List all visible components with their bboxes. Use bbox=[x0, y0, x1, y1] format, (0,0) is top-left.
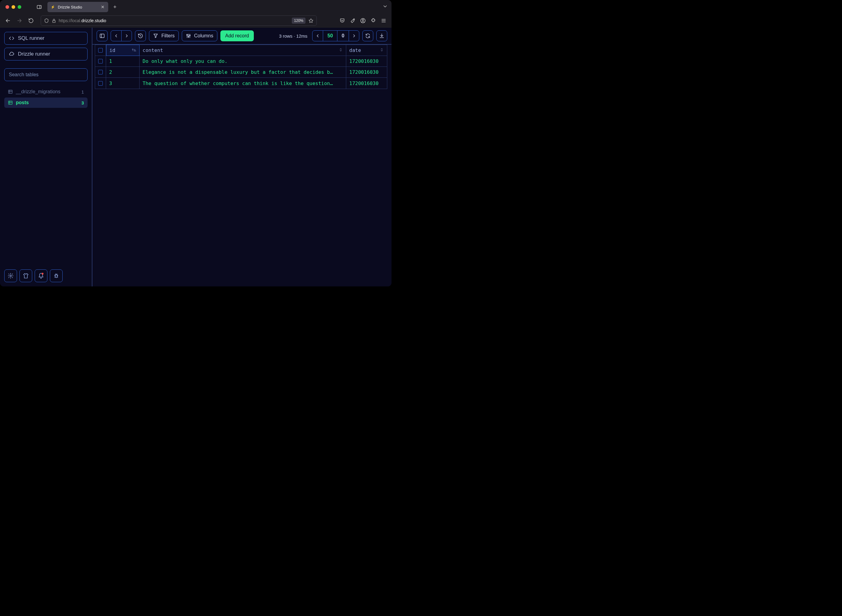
pagination-group: 50 0 bbox=[312, 30, 359, 41]
table-row[interactable]: 3 The question of whether computers can … bbox=[95, 78, 387, 89]
url-bar[interactable]: https://local.drizzle.studio 120% bbox=[41, 16, 317, 26]
sidebar: SQL runner Drizzle runner Search tables … bbox=[0, 28, 93, 286]
toggle-sidebar-button[interactable] bbox=[97, 30, 107, 41]
table-list: __drizzle_migrations 1 posts 3 bbox=[4, 87, 88, 108]
cell-id[interactable]: 3 bbox=[106, 78, 140, 89]
column-header-content[interactable]: content bbox=[140, 45, 346, 56]
cell-content[interactable]: Do only what only you can do. bbox=[140, 56, 346, 66]
tab-close-button[interactable]: ✕ bbox=[100, 4, 105, 9]
shirt-icon bbox=[23, 273, 29, 279]
add-record-label: Add record bbox=[225, 33, 249, 38]
chevron-left-icon bbox=[114, 34, 119, 38]
query-stats: 3 rows · 12ms bbox=[279, 34, 307, 38]
cell-id[interactable]: 1 bbox=[106, 56, 140, 66]
account-icon[interactable] bbox=[359, 16, 367, 25]
browser-chrome: ⚡ Drizzle Studio ✕ + h bbox=[0, 0, 391, 27]
theme-button[interactable] bbox=[19, 270, 32, 282]
export-button[interactable] bbox=[376, 30, 387, 41]
history-button[interactable] bbox=[135, 30, 146, 41]
tab-favicon-icon: ⚡ bbox=[50, 4, 55, 9]
debug-button[interactable] bbox=[50, 270, 63, 282]
svg-point-6 bbox=[10, 275, 12, 277]
tabs-dropdown-icon[interactable] bbox=[382, 4, 388, 10]
table-row[interactable]: 1 Do only what only you can do. 17200160… bbox=[95, 56, 387, 67]
lock-icon[interactable] bbox=[51, 18, 56, 23]
cell-content[interactable]: Elegance is not a dispensable luxury but… bbox=[140, 67, 346, 78]
table-icon bbox=[8, 100, 13, 105]
column-header-date[interactable]: date bbox=[346, 45, 387, 56]
cell-content[interactable]: The question of whether computers can th… bbox=[140, 78, 346, 89]
page-offset-value[interactable]: 0 bbox=[337, 31, 349, 41]
nav-reload-button[interactable] bbox=[27, 16, 35, 25]
add-record-button[interactable]: Add record bbox=[220, 30, 254, 41]
svg-rect-7 bbox=[55, 274, 57, 278]
window-maximize-button[interactable] bbox=[18, 5, 21, 9]
table-icon bbox=[8, 89, 13, 94]
new-tab-button[interactable]: + bbox=[111, 3, 119, 11]
filters-button[interactable]: Filters bbox=[149, 30, 179, 41]
settings-button[interactable] bbox=[4, 270, 17, 282]
table-item-drizzle-migrations[interactable]: __drizzle_migrations 1 bbox=[4, 87, 88, 97]
page-size-value[interactable]: 50 bbox=[323, 31, 337, 41]
nav-back-button[interactable] bbox=[4, 16, 12, 25]
table-row[interactable]: 2 Elegance is not a dispensable luxury b… bbox=[95, 67, 387, 78]
nav-forward-button[interactable] bbox=[15, 16, 24, 25]
bookmark-star-icon[interactable] bbox=[309, 18, 313, 23]
filter-icon bbox=[153, 33, 159, 38]
window-close-button[interactable] bbox=[6, 5, 9, 9]
refresh-button[interactable] bbox=[362, 30, 373, 41]
window-minimize-button[interactable] bbox=[12, 5, 15, 9]
table-count: 1 bbox=[81, 89, 84, 94]
toolbar: Filters Columns Add record 3 rows · 12ms… bbox=[93, 28, 391, 45]
bug-icon bbox=[53, 273, 59, 279]
sort-icon bbox=[380, 47, 384, 53]
table-count: 3 bbox=[81, 100, 84, 106]
svg-rect-4 bbox=[9, 90, 12, 94]
browser-tab[interactable]: ⚡ Drizzle Studio ✕ bbox=[47, 2, 108, 12]
cell-id[interactable]: 2 bbox=[106, 67, 140, 78]
filters-label: Filters bbox=[162, 33, 175, 38]
shield-icon[interactable] bbox=[44, 18, 49, 23]
select-all-checkbox[interactable] bbox=[95, 45, 106, 56]
gear-icon bbox=[7, 273, 14, 279]
table-name: posts bbox=[16, 100, 78, 106]
column-header-id[interactable]: id bbox=[106, 45, 140, 56]
svg-point-3 bbox=[362, 19, 364, 21]
tab-overview-icon[interactable] bbox=[36, 4, 43, 10]
history-prev-button[interactable] bbox=[111, 31, 121, 41]
svg-rect-1 bbox=[53, 21, 55, 22]
row-checkbox[interactable] bbox=[95, 78, 106, 89]
pocket-icon[interactable] bbox=[338, 16, 347, 25]
sql-runner-button[interactable]: SQL runner bbox=[4, 32, 88, 45]
nav-bar: https://local.drizzle.studio 120% bbox=[0, 14, 391, 27]
search-tables-input[interactable]: Search tables bbox=[4, 68, 88, 81]
cell-date[interactable]: 1720016030 bbox=[346, 78, 387, 89]
table-item-posts[interactable]: posts 3 bbox=[4, 97, 88, 108]
history-next-button[interactable] bbox=[121, 31, 132, 41]
notifications-button[interactable] bbox=[35, 270, 47, 282]
history-icon bbox=[138, 33, 143, 38]
drizzle-runner-label: Drizzle runner bbox=[18, 51, 50, 57]
drizzle-runner-button[interactable]: Drizzle runner bbox=[4, 48, 88, 60]
chevron-right-icon bbox=[124, 34, 129, 38]
tab-title: Drizzle Studio bbox=[58, 5, 98, 9]
sidebar-footer bbox=[4, 270, 88, 282]
window-controls bbox=[6, 5, 21, 9]
history-nav-group bbox=[111, 30, 132, 41]
cell-date[interactable]: 1720016030 bbox=[346, 67, 387, 78]
svg-rect-0 bbox=[37, 6, 41, 9]
page-next-button[interactable] bbox=[349, 31, 359, 41]
sort-asc-icon bbox=[131, 47, 136, 53]
row-checkbox[interactable] bbox=[95, 67, 106, 78]
menu-icon[interactable] bbox=[379, 16, 388, 25]
columns-button[interactable]: Columns bbox=[182, 30, 217, 41]
row-checkbox[interactable] bbox=[95, 56, 106, 66]
devtools-icon[interactable] bbox=[348, 16, 357, 25]
page-prev-button[interactable] bbox=[313, 31, 323, 41]
cell-date[interactable]: 1720016030 bbox=[346, 56, 387, 66]
zoom-badge[interactable]: 120% bbox=[292, 18, 306, 24]
sort-icon bbox=[339, 47, 343, 53]
app: SQL runner Drizzle runner Search tables … bbox=[0, 27, 391, 286]
extensions-icon[interactable] bbox=[369, 16, 378, 25]
svg-rect-5 bbox=[9, 101, 12, 104]
